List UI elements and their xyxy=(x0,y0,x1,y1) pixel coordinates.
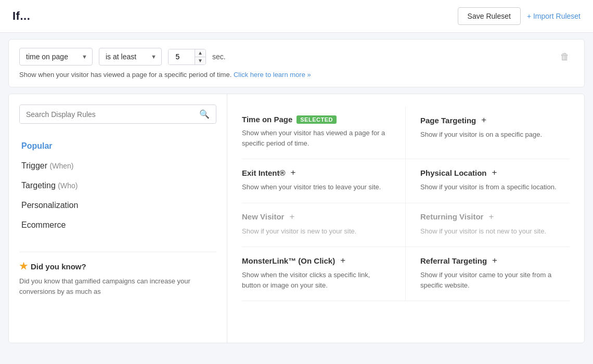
rule-description: Show if your visitor is not new to your … xyxy=(420,226,559,237)
condition-row: time on page scroll distance page views … xyxy=(19,48,574,66)
add-rule-button[interactable]: + xyxy=(339,255,346,266)
sidebar-item-sub: (Who) xyxy=(58,181,78,190)
rule-title: Referral Targeting xyxy=(420,256,487,265)
sidebar-item-ecommerce[interactable]: Ecommerce xyxy=(19,215,216,235)
rule-header: MonsterLink™ (On Click)+ xyxy=(242,255,391,266)
sidebar-item-sub: (When) xyxy=(50,162,74,170)
rule-header: Referral Targeting+ xyxy=(420,255,559,266)
sidebar-item-trigger[interactable]: Trigger (When) xyxy=(19,156,216,176)
spinner-up-button[interactable]: ▲ xyxy=(195,49,205,57)
sidebar-item-label: Ecommerce xyxy=(21,220,66,229)
rule-header: Physical Location+ xyxy=(420,167,559,178)
rule-description: Show when the visitor clicks a specific … xyxy=(242,270,391,290)
rule-title: Returning Visitor xyxy=(420,212,483,221)
app-header: If... Save Ruleset + Import Ruleset xyxy=(0,0,593,33)
rule-item: Exit Intent®+Show when your visitor trie… xyxy=(242,159,406,203)
spinner-buttons: ▲ ▼ xyxy=(195,49,205,64)
rule-title: Time on Page xyxy=(242,115,292,124)
sidebar-nav: Popular Trigger (When) Targeting (Who) P… xyxy=(19,136,216,235)
value-input[interactable]: 5 xyxy=(169,49,195,64)
sidebar-item-label: Popular xyxy=(21,141,53,150)
rule-item: MonsterLink™ (On Click)+Show when the vi… xyxy=(242,247,406,301)
operator-select-wrapper: is at least is less than is exactly ▼ xyxy=(99,48,162,66)
sidebar-item-label: Personalization xyxy=(21,201,78,210)
did-you-know-text: Did you know that gamified campaigns can… xyxy=(19,276,216,296)
did-you-know-title: ★ Did you know? xyxy=(19,261,216,272)
rule-description: Show if your visitor came to your site f… xyxy=(420,270,559,290)
search-wrapper: 🔍 xyxy=(19,105,216,124)
rule-title: Page Targeting xyxy=(420,116,476,125)
search-input[interactable] xyxy=(20,106,193,123)
sidebar-item-popular[interactable]: Popular xyxy=(19,136,216,156)
sidebar-item-label: Targeting xyxy=(21,181,56,190)
hint-text: Show when your visitor has viewed a page… xyxy=(19,71,231,79)
sidebar-item-label: Trigger xyxy=(21,161,47,170)
field-select-wrapper: time on page scroll distance page views … xyxy=(19,48,93,66)
rule-header: Exit Intent®+ xyxy=(242,167,391,178)
delete-condition-button[interactable]: 🗑 xyxy=(556,49,574,64)
import-ruleset-button[interactable]: + Import Ruleset xyxy=(527,12,581,20)
rule-description: Show when your visitor has viewed a page… xyxy=(242,128,391,148)
sidebar-item-targeting[interactable]: Targeting (Who) xyxy=(19,176,216,196)
sidebar: 🔍 Popular Trigger (When) Targeting (Who)… xyxy=(9,94,227,343)
rule-title: MonsterLink™ (On Click) xyxy=(242,256,335,265)
did-you-know: ★ Did you know? Did you know that gamifi… xyxy=(19,252,216,296)
search-icon: 🔍 xyxy=(199,110,210,119)
rules-grid: Time on PageSELECTEDShow when your visit… xyxy=(227,94,584,343)
add-rule-button[interactable]: + xyxy=(290,167,297,178)
rule-item: Referral Targeting+Show if your visitor … xyxy=(406,247,570,301)
spinner-down-button[interactable]: ▼ xyxy=(195,57,205,64)
rule-description: Show if your visitor is on a specific pa… xyxy=(420,129,559,140)
rule-header: Returning Visitor+ xyxy=(420,212,559,222)
rule-description: Show if your visitor is from a specific … xyxy=(420,182,559,192)
search-icon-button[interactable]: 🔍 xyxy=(193,105,216,123)
save-ruleset-button[interactable]: Save Ruleset xyxy=(458,7,521,25)
rule-title: Physical Location xyxy=(420,168,487,177)
header-actions: Save Ruleset + Import Ruleset xyxy=(458,7,581,25)
add-rule-button[interactable]: + xyxy=(487,212,495,222)
unit-label: sec. xyxy=(212,53,226,61)
rule-description: Show if your visitor is new to your site… xyxy=(242,226,391,237)
add-rule-button[interactable]: + xyxy=(288,212,295,222)
field-select[interactable]: time on page scroll distance page views … xyxy=(19,48,93,66)
value-input-wrapper: 5 ▲ ▼ xyxy=(168,49,206,65)
rule-item: Physical Location+Show if your visitor i… xyxy=(406,159,570,203)
operator-select[interactable]: is at least is less than is exactly xyxy=(99,48,162,66)
rule-description: Show when your visitor tries to leave yo… xyxy=(242,182,391,192)
rule-item: Page Targeting+Show if your visitor is o… xyxy=(406,107,570,159)
condition-hint: Show when your visitor has viewed a page… xyxy=(19,71,574,79)
star-icon: ★ xyxy=(19,261,28,272)
sidebar-item-personalization[interactable]: Personalization xyxy=(19,196,216,215)
rule-title: New Visitor xyxy=(242,212,284,221)
hint-link[interactable]: Click here to learn more » xyxy=(234,71,311,79)
rule-header: Time on PageSELECTED xyxy=(242,115,391,124)
did-you-know-title-text: Did you know? xyxy=(31,262,86,271)
rule-title: Exit Intent® xyxy=(242,168,286,177)
rule-item: Returning Visitor+Show if your visitor i… xyxy=(406,203,570,248)
condition-bar: time on page scroll distance page views … xyxy=(8,39,585,87)
add-rule-button[interactable]: + xyxy=(491,255,498,266)
rule-header: Page Targeting+ xyxy=(420,115,559,125)
selected-badge: SELECTED xyxy=(296,115,337,124)
main-content: 🔍 Popular Trigger (When) Targeting (Who)… xyxy=(8,94,585,343)
rule-header: New Visitor+ xyxy=(242,212,391,222)
rule-item: New Visitor+Show if your visitor is new … xyxy=(242,203,406,248)
add-rule-button[interactable]: + xyxy=(480,115,487,125)
rule-item: Time on PageSELECTEDShow when your visit… xyxy=(242,107,406,159)
page-title: If... xyxy=(12,9,30,23)
add-rule-button[interactable]: + xyxy=(491,167,498,178)
